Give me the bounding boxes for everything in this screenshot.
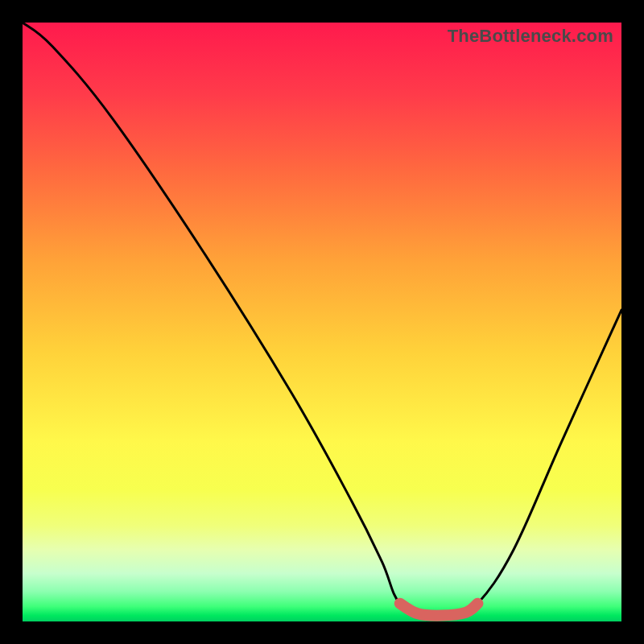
plot-area: TheBottleneck.com	[23, 23, 621, 621]
optimal-range-highlight	[400, 604, 478, 616]
bottleneck-curve	[23, 23, 621, 617]
chart-frame: TheBottleneck.com	[0, 0, 644, 644]
chart-svg	[23, 23, 621, 621]
watermark-text: TheBottleneck.com	[448, 26, 613, 47]
